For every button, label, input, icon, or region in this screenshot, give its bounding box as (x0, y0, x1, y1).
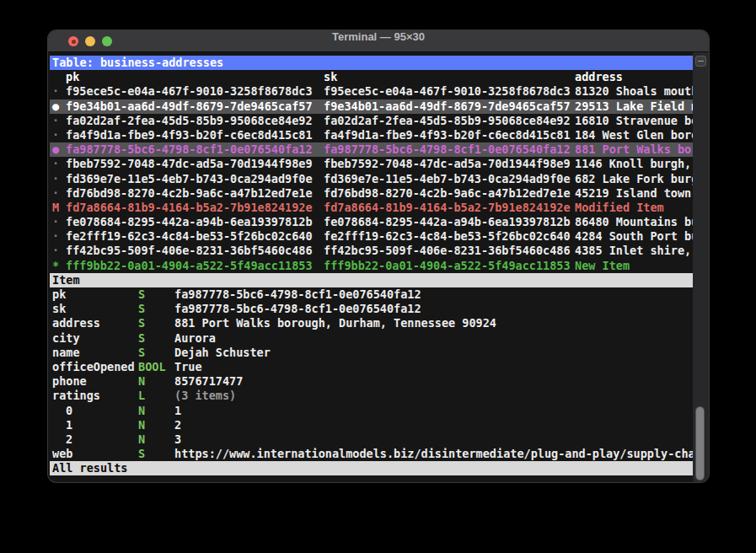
cell-pk: f95ece5c-e04a-467f-9010-3258f8678dc3 (66, 84, 313, 99)
cell-pk: fd7a8664-81b9-4164-b5a2-7b91e824192e (66, 201, 313, 215)
row-marker: · (52, 244, 59, 258)
cell-sk: fff9bb22-0a01-4904-a522-5f49acc11853 (324, 259, 571, 273)
cell-pk: f9e34b01-aa6d-49df-8679-7de9465caf57 (66, 99, 313, 114)
attribute-type: S (138, 331, 145, 346)
column-header-address: address (575, 70, 623, 84)
item-attribute-row: nameSDejah Schuster (50, 346, 693, 360)
item-attribute-row: ratingsL(3 items) (50, 389, 693, 403)
attribute-type: S (138, 346, 145, 360)
cell-sk: fd7a8664-81b9-4164-b5a2-7b91e824192e (324, 201, 571, 215)
attribute-value: 3 (174, 432, 181, 447)
row-marker: * (52, 259, 59, 273)
row-marker: ● (52, 142, 59, 157)
cell-pk: fe2fff19-62c3-4c84-be53-5f26bc02c640 (66, 229, 313, 244)
attribute-value: fa987778-5bc6-4798-8cf1-0e076540fa12 (174, 302, 421, 316)
item-attribute-row: citySAurora (50, 331, 693, 346)
cell-sk: fa4f9d1a-fbe9-4f93-b20f-c6ec8d415c81 (324, 128, 571, 142)
attribute-name: sk (52, 302, 66, 316)
attribute-type: S (138, 287, 145, 302)
cell-pk: fd76bd98-8270-4c2b-9a6c-a47b12ed7e1e (66, 186, 313, 201)
cell-sk: f95ece5c-e04a-467f-9010-3258f8678dc3 (324, 84, 571, 99)
table-row[interactable]: ●f9e34b01-aa6d-49df-8679-7de9465caf57f9e… (50, 99, 693, 114)
scrollbar-thumb[interactable] (695, 406, 705, 481)
table-row[interactable]: ·fa02d2af-2fea-45d5-85b9-95068ce84e92fa0… (50, 114, 693, 128)
attribute-name: phone (52, 374, 87, 389)
cell-pk: fff9bb22-0a01-4904-a522-5f49acc11853 (66, 259, 313, 273)
row-marker: · (52, 186, 59, 201)
row-marker: · (52, 128, 59, 142)
attribute-type: S (138, 316, 145, 330)
item-attribute-row: 2N3 (50, 432, 693, 447)
row-marker: M (52, 201, 59, 215)
cell-address: 1146 Knoll burgh, O (575, 157, 693, 171)
table-row[interactable]: ·f95ece5c-e04a-467f-9010-3258f8678dc3f95… (50, 84, 693, 99)
cell-sk: fa02d2af-2fea-45d5-85b9-95068ce84e92 (324, 114, 571, 128)
table-row[interactable]: ·fbeb7592-7048-47dc-ad5a-70d1944f98e9fbe… (50, 157, 693, 171)
cell-pk: fbeb7592-7048-47dc-ad5a-70d1944f98e9 (66, 157, 313, 171)
cell-pk: fe078684-8295-442a-a94b-6ea19397812b (66, 215, 313, 229)
cell-address: 29513 Lake Field mo (575, 99, 693, 114)
titlebar[interactable]: Terminal — 95×30 (48, 30, 709, 52)
terminal-window: Terminal — 95×30 Table: business-address… (48, 30, 709, 482)
status-bar: All results (50, 461, 693, 475)
item-attribute-row: pkSfa987778-5bc6-4798-8cf1-0e076540fa12 (50, 287, 693, 302)
attribute-value: True (174, 360, 202, 374)
table-row[interactable]: ·fa4f9d1a-fbe9-4f93-b20f-c6ec8d415c81fa4… (50, 128, 693, 142)
terminal-content: Table: business-addresses pk sk address … (48, 52, 693, 482)
item-panel-header: Item (50, 273, 693, 287)
row-marker: · (52, 172, 59, 186)
cell-sk: fd369e7e-11e5-4eb7-b743-0ca294ad9f0e (324, 172, 571, 186)
item-attribute-row: 1N2 (50, 418, 693, 432)
item-attribute-row: addressS881 Port Walks borough, Durham, … (50, 316, 693, 330)
column-header-sk: sk (324, 70, 337, 84)
item-panel-header-label: Item (52, 273, 80, 287)
status-bar-label: All results (52, 461, 127, 475)
attribute-name: pk (52, 287, 66, 302)
attribute-value: https://www.internationalmodels.biz/disi… (174, 447, 693, 461)
cell-address: 881 Port Walks boro (575, 142, 693, 157)
row-marker: · (52, 215, 59, 229)
split-pane-button[interactable] (695, 56, 706, 67)
cell-address: 45219 Island town, (575, 186, 693, 201)
row-marker: · (52, 84, 59, 99)
table-row[interactable]: ·fe078684-8295-442a-a94b-6ea19397812bfe0… (50, 215, 693, 229)
row-marker: · (52, 229, 59, 244)
table-title: Table: business-addresses (52, 56, 223, 70)
attribute-value: Aurora (174, 331, 216, 346)
cell-address: 4284 South Port bur (575, 229, 693, 244)
scrollbar-track[interactable] (693, 52, 709, 482)
attribute-type: N (138, 404, 145, 418)
cell-address: 184 West Glen borou (575, 128, 693, 142)
item-attribute-list: pkSfa987778-5bc6-4798-8cf1-0e076540fa12s… (50, 287, 693, 461)
attribute-name: officeOpened (52, 360, 135, 374)
table-row[interactable]: ●fa987778-5bc6-4798-8cf1-0e076540fa12fa9… (50, 142, 693, 157)
row-marker: · (52, 114, 59, 128)
item-attribute-row: skSfa987778-5bc6-4798-8cf1-0e076540fa12 (50, 302, 693, 316)
table-row[interactable]: ·ff42bc95-509f-406e-8231-36bf5460c486ff4… (50, 244, 693, 258)
attribute-name: ratings (52, 389, 100, 403)
attribute-value: 8576717477 (174, 374, 243, 389)
cell-pk: fd369e7e-11e5-4eb7-b743-0ca294ad9f0e (66, 172, 313, 186)
split-pane-icon (698, 61, 704, 62)
attribute-value: 2 (174, 418, 181, 432)
table-row[interactable]: ·fe2fff19-62c3-4c84-be53-5f26bc02c640fe2… (50, 229, 693, 244)
row-marker: ● (52, 99, 59, 114)
table-row[interactable]: ·fd369e7e-11e5-4eb7-b743-0ca294ad9f0efd3… (50, 172, 693, 186)
cell-pk: fa987778-5bc6-4798-8cf1-0e076540fa12 (66, 142, 313, 157)
table-row[interactable]: *fff9bb22-0a01-4904-a522-5f49acc11853fff… (50, 259, 693, 273)
cell-sk: f9e34b01-aa6d-49df-8679-7de9465caf57 (324, 99, 571, 114)
cell-address: 682 Lake Fork burgh (575, 172, 693, 186)
attribute-type: N (138, 432, 145, 447)
attribute-name: address (52, 316, 100, 330)
attribute-type: L (138, 389, 145, 403)
attribute-value: fa987778-5bc6-4798-8cf1-0e076540fa12 (174, 287, 421, 302)
attribute-name: name (52, 346, 80, 360)
table-row[interactable]: Mfd7a8664-81b9-4164-b5a2-7b91e824192efd7… (50, 201, 693, 215)
table-rows: ·f95ece5c-e04a-467f-9010-3258f8678dc3f95… (50, 84, 693, 272)
row-marker: · (52, 157, 59, 171)
table-row[interactable]: ·fd76bd98-8270-4c2b-9a6c-a47b12ed7e1efd7… (50, 186, 693, 201)
item-attribute-row: phoneN8576717477 (50, 374, 693, 389)
attribute-name: city (52, 331, 80, 346)
attribute-name: 2 (66, 432, 72, 447)
cell-address: Modified Item (575, 201, 664, 215)
